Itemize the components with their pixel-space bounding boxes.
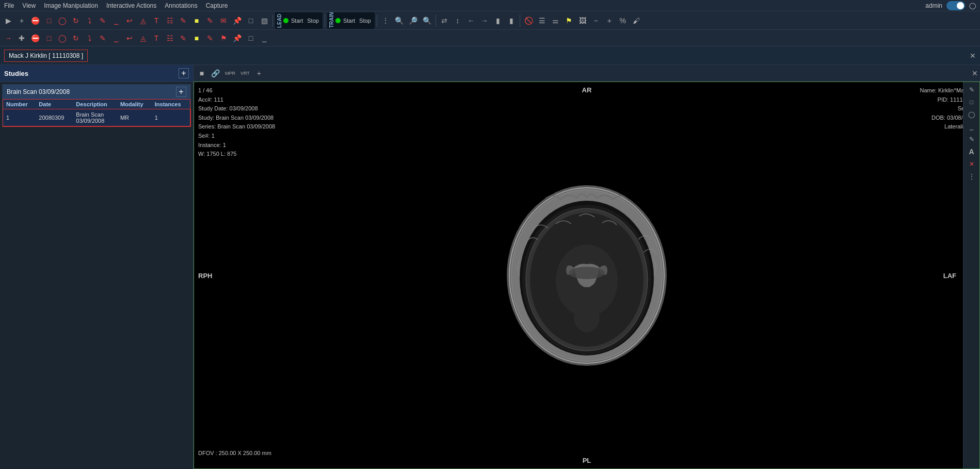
info-study: Study: Brain Scan 03/09/2008 xyxy=(198,114,275,123)
curve-tool[interactable]: ↩ xyxy=(123,13,136,28)
zoom-minus-btn[interactable]: − xyxy=(590,13,602,28)
rect-tool[interactable]: □ xyxy=(43,13,55,28)
t2-undo-btn[interactable]: ↩ xyxy=(123,31,136,45)
side-more-btn[interactable]: ⋮ xyxy=(965,171,978,182)
side-line-btn[interactable]: ⎯ xyxy=(965,121,978,133)
viewer-mpf-btn[interactable]: MPR xyxy=(223,66,237,80)
lead-start-btn[interactable]: Start xyxy=(290,17,304,24)
no-btn[interactable]: 🚫 xyxy=(522,13,535,28)
monitor-btn[interactable]: 🖼 xyxy=(576,13,589,28)
t2-list2-btn[interactable]: ☷ xyxy=(164,31,176,45)
list-tool[interactable]: ☷ xyxy=(164,13,176,28)
studies-add-btn[interactable]: + xyxy=(179,68,189,78)
row-instances: 1 xyxy=(152,109,190,126)
t2-square-btn[interactable]: □ xyxy=(43,31,55,45)
grid-tool[interactable]: ▧ xyxy=(258,13,270,28)
menu-view[interactable]: View xyxy=(22,2,36,9)
arrow-left-btn[interactable]: ← xyxy=(465,13,477,28)
train-start-btn[interactable]: Start xyxy=(342,17,357,24)
col-modality: Modality xyxy=(117,100,152,109)
menu-capture[interactable]: Capture xyxy=(206,2,228,9)
polygon-tool[interactable]: ◬ xyxy=(137,13,149,28)
bar-btn2[interactable]: ▮ xyxy=(505,13,518,28)
ellipse-tool[interactable]: ◯ xyxy=(56,13,69,28)
menu-annotations[interactable]: Annotations xyxy=(165,2,197,9)
flip-v-btn[interactable]: ↕ xyxy=(452,13,464,28)
t2-square2-btn[interactable]: □ xyxy=(245,31,257,45)
bookmark-btn[interactable]: ⚑ xyxy=(563,13,575,28)
zoom-plus-btn[interactable]: + xyxy=(603,13,616,28)
toggle-switch[interactable] xyxy=(946,1,965,10)
zoom-pct-btn[interactable]: % xyxy=(617,13,629,28)
info-slice: 1 / 46 xyxy=(198,86,275,95)
pointer-tool[interactable]: ▶ xyxy=(2,13,14,28)
t2-arc-btn[interactable]: ↻ xyxy=(70,31,82,45)
zoom-fit-btn[interactable]: 🔍 xyxy=(393,13,406,28)
t2-text2-btn[interactable]: T xyxy=(150,31,163,45)
rotate-tool[interactable]: ↻ xyxy=(70,13,82,28)
t2-dash-btn[interactable]: ⎯ xyxy=(258,31,270,45)
menu-file[interactable]: File xyxy=(4,2,14,9)
user-icon[interactable]: ◯ xyxy=(969,2,976,9)
toolbar2: → ✚ ⛔ □ ◯ ↻ ⤵ ✎ ⎯ ↩ ◬ T ☷ ✎ ■ ✎ ⚑ 📌 □ ⎯ xyxy=(0,30,980,46)
side-delete-btn[interactable]: ✕ xyxy=(965,158,978,170)
viewer-vrt-btn[interactable]: VRT xyxy=(238,66,252,80)
viewer-label-bottom: PL xyxy=(583,457,591,464)
lead-stop-btn[interactable]: Stop xyxy=(306,17,320,24)
t2-circle-btn[interactable]: ◯ xyxy=(56,31,69,45)
t2-pin2-btn[interactable]: 📌 xyxy=(231,31,244,45)
t2-poly-btn[interactable]: ◬ xyxy=(137,31,149,45)
side-pen-btn[interactable]: ✎ xyxy=(965,134,978,145)
marker-tool[interactable]: ■ xyxy=(190,13,203,28)
t2-erase2-btn[interactable]: ✎ xyxy=(177,31,189,45)
side-square-btn[interactable]: □ xyxy=(965,96,978,108)
t2-flag-btn[interactable]: ⚑ xyxy=(217,31,230,45)
line-tool[interactable]: ⎯ xyxy=(110,13,122,28)
bar-btn[interactable]: ▮ xyxy=(492,13,504,28)
t2-brush-btn[interactable]: ✎ xyxy=(97,31,109,45)
side-circle-btn[interactable]: ◯ xyxy=(965,109,978,120)
t2-no-entry-btn[interactable]: ⛔ xyxy=(29,31,42,45)
stamp-tool[interactable]: ✉ xyxy=(217,13,230,28)
arrow-right-btn[interactable]: → xyxy=(478,13,491,28)
separator2 xyxy=(325,14,325,27)
flip-h-btn[interactable]: ⇄ xyxy=(438,13,451,28)
t2-crosshair-btn[interactable]: ✚ xyxy=(15,31,28,45)
pin-tool[interactable]: 📌 xyxy=(231,13,244,28)
menu-image-manipulation[interactable]: Image Manipulation xyxy=(44,2,98,9)
text-tool[interactable]: T xyxy=(150,13,163,28)
col-instances: Instances xyxy=(152,100,190,109)
menu-interactive-actions[interactable]: Interactive Actions xyxy=(106,2,156,9)
viewer-link-btn[interactable]: 🔗 xyxy=(209,66,222,80)
t2-yellow-btn[interactable]: ■ xyxy=(190,31,203,45)
eraser-tool[interactable]: ✎ xyxy=(177,13,189,28)
separator1 xyxy=(272,14,273,27)
table-row[interactable]: 1 20080309 Brain Scan03/09/2008 MR 1 xyxy=(3,109,190,126)
grid-view-btn[interactable]: ⋮ xyxy=(379,13,392,28)
viewer-close-btn[interactable]: ✕ xyxy=(972,69,978,77)
info-se: Se#: 1 xyxy=(198,132,275,141)
layers-btn[interactable]: ☰ xyxy=(536,13,549,28)
box-tool[interactable]: □ xyxy=(245,13,257,28)
t2-lasso2-btn[interactable]: ⤵ xyxy=(83,31,95,45)
circle-x-tool[interactable]: ⛔ xyxy=(29,13,42,28)
stack-btn[interactable]: ⚌ xyxy=(550,13,562,28)
svg-point-7 xyxy=(574,301,600,332)
zoom-in-btn2[interactable]: 🔍 xyxy=(421,13,433,28)
t2-line2-btn[interactable]: ⎯ xyxy=(110,31,122,45)
side-text-btn[interactable]: A xyxy=(965,146,978,157)
train-stop-btn[interactable]: Stop xyxy=(358,17,373,24)
lasso-tool[interactable]: ⤵ xyxy=(83,13,95,28)
zoom-out-btn[interactable]: 🔎 xyxy=(407,13,420,28)
viewer-plus-btn[interactable]: + xyxy=(253,66,265,80)
highlight-tool[interactable]: ✎ xyxy=(204,13,216,28)
t2-arrow-btn[interactable]: → xyxy=(2,31,14,45)
eyedrop-btn[interactable]: 🖌 xyxy=(630,13,642,28)
t2-paint-btn[interactable]: ✎ xyxy=(204,31,216,45)
crosshair-tool[interactable]: + xyxy=(15,13,28,28)
study-add-btn[interactable]: + xyxy=(176,87,186,97)
side-edit-btn[interactable]: ✎ xyxy=(965,84,978,95)
viewer-doc-btn[interactable]: ■ xyxy=(196,66,208,80)
patient-close-btn[interactable]: ✕ xyxy=(970,52,976,60)
pencil-tool[interactable]: ✎ xyxy=(97,13,109,28)
